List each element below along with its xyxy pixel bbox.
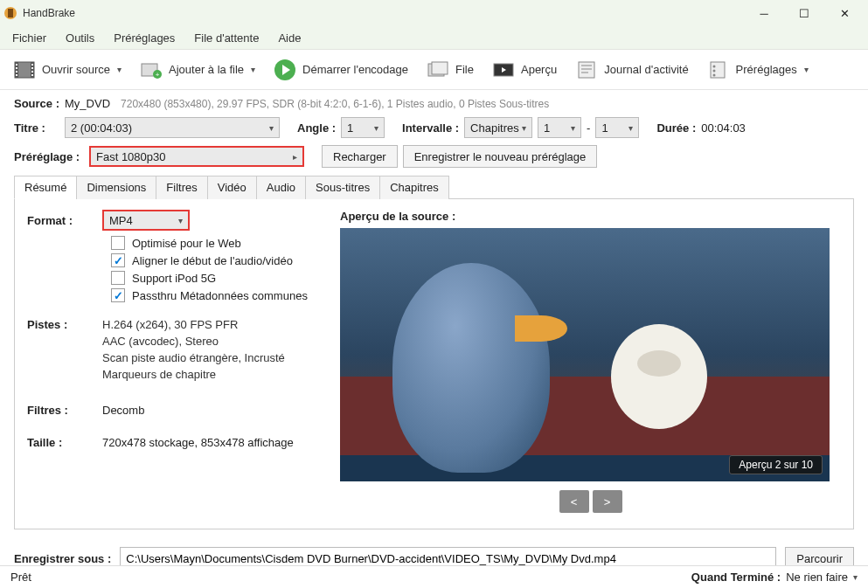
chevron-down-icon: ▾ <box>117 65 122 74</box>
filters-value: Decomb <box>102 404 144 417</box>
menubar: Fichier Outils Préréglages File d'attent… <box>0 26 868 50</box>
duration-value: 00:04:03 <box>701 121 746 135</box>
when-done-value[interactable]: Ne rien faire <box>786 571 848 584</box>
tracks-label: Pistes : <box>27 318 102 384</box>
duration-label: Durée : <box>656 121 696 135</box>
menu-outils[interactable]: Outils <box>57 28 103 48</box>
preview-toolbar-label: Aperçu <box>521 63 557 76</box>
preview-next-button[interactable]: > <box>593 490 622 513</box>
toolbar: Ouvrir source ▾ + Ajouter à la file ▾ Dé… <box>0 50 868 90</box>
interval-dash: - <box>587 121 590 135</box>
svg-rect-22 <box>579 62 594 78</box>
tab-audio[interactable]: Audio <box>256 176 306 199</box>
preview-icon <box>491 58 516 82</box>
preview-prev-button[interactable]: < <box>559 490 589 513</box>
size-label: Taille : <box>27 436 102 449</box>
film-icon <box>12 58 37 82</box>
preset-value: Fast 1080p30 <box>96 150 166 163</box>
presets-label: Préréglages <box>736 63 797 76</box>
start-encode-button[interactable]: Démarrer l'encodage <box>266 54 415 86</box>
activity-log-button[interactable]: Journal d'activité <box>567 54 695 86</box>
tab-panel-resume: Format : MP4▾ Optimisé pour le Web Align… <box>14 199 854 529</box>
interval-from-value: 1 <box>544 121 550 135</box>
file-button[interactable]: File <box>419 54 481 86</box>
chevron-down-icon: ▾ <box>571 123 575 133</box>
track-line: Marqueurs de chapitre <box>102 368 285 381</box>
tab-dimensions[interactable]: Dimensions <box>76 176 156 199</box>
tab-sous-titres[interactable]: Sous-titres <box>305 176 380 199</box>
svg-rect-1 <box>8 9 13 17</box>
svg-rect-6 <box>16 67 17 69</box>
log-icon <box>574 58 599 82</box>
track-line: AAC (avcodec), Stereo <box>102 335 285 348</box>
svg-point-29 <box>712 73 715 76</box>
svg-rect-12 <box>31 74 33 76</box>
title-value: 2 (00:04:03) <box>71 121 132 135</box>
preset-label: Préréglage : <box>14 150 84 163</box>
tab-video[interactable]: Vidéo <box>207 176 257 199</box>
interval-to-dropdown[interactable]: 1▾ <box>595 117 639 138</box>
add-queue-button[interactable]: + Ajouter à la file ▾ <box>132 54 262 86</box>
check-align-av[interactable]: Aligner le début de l'audio/vidéo <box>102 253 316 267</box>
svg-text:+: + <box>156 71 160 79</box>
svg-rect-7 <box>16 71 17 73</box>
interval-type-value: Chapitres <box>470 121 519 135</box>
close-button[interactable]: ✕ <box>824 0 865 26</box>
file-label: File <box>455 63 474 76</box>
interval-label: Intervalle : <box>402 121 459 135</box>
format-label: Format : <box>27 214 102 227</box>
tab-chapitres[interactable]: Chapitres <box>379 176 449 199</box>
add-queue-label: Ajouter à la file <box>169 63 244 76</box>
menu-aide[interactable]: Aide <box>269 28 309 48</box>
preview-badge: Aperçu 2 sur 10 <box>729 455 823 474</box>
chevron-down-icon: ▾ <box>374 123 378 133</box>
svg-point-27 <box>712 65 715 67</box>
chevron-down-icon: ▾ <box>628 123 633 133</box>
save-preset-button[interactable]: Enregistrer le nouveau préréglage <box>403 145 598 168</box>
titlebar: HandBrake ─ ☐ ✕ <box>0 0 868 26</box>
format-dropdown[interactable]: MP4▾ <box>102 210 190 231</box>
svg-point-28 <box>712 69 715 72</box>
check-ipod5g[interactable]: Support iPod 5G <box>102 271 316 285</box>
svg-rect-10 <box>31 67 33 69</box>
save-as-label: Enregistrer sous : <box>14 552 111 565</box>
svg-rect-9 <box>31 64 33 66</box>
preview-image: Aperçu 2 sur 10 <box>340 228 830 481</box>
reload-preset-button[interactable]: Recharger <box>322 145 398 168</box>
open-source-button[interactable]: Ouvrir source ▾ <box>5 54 128 86</box>
open-source-label: Ouvrir source <box>42 63 110 76</box>
interval-from-dropdown[interactable]: 1▾ <box>538 117 581 138</box>
maximize-button[interactable]: ☐ <box>784 0 824 26</box>
chevron-down-icon: ▾ <box>804 65 809 74</box>
menu-prereglages[interactable]: Préréglages <box>105 28 184 48</box>
svg-rect-8 <box>16 74 17 76</box>
menu-fichier[interactable]: Fichier <box>3 28 55 48</box>
angle-value: 1 <box>347 121 353 135</box>
file-icon <box>426 58 450 82</box>
check-web-optimized[interactable]: Optimisé pour le Web <box>102 236 316 250</box>
menu-file-attente[interactable]: File d'attente <box>185 28 267 48</box>
source-info: 720x480 (853x480), 29.97 FPS, SDR (8-bit… <box>121 98 549 110</box>
interval-to-value: 1 <box>601 121 608 135</box>
svg-rect-26 <box>711 62 725 78</box>
tab-resume[interactable]: Résumé <box>14 176 77 199</box>
tab-filtres[interactable]: Filtres <box>156 176 207 199</box>
when-done-label: Quand Terminé : <box>691 571 781 584</box>
track-line: Scan piste audio étrangère, Incrusté <box>102 351 285 364</box>
chevron-down-icon: ▾ <box>522 123 526 133</box>
presets-icon <box>706 58 731 82</box>
checkbox-icon <box>111 271 125 285</box>
svg-rect-11 <box>31 71 33 73</box>
preview-toolbar-button[interactable]: Aperçu <box>484 54 564 86</box>
presets-button[interactable]: Préréglages ▾ <box>699 54 816 86</box>
angle-label: Angle : <box>297 121 336 135</box>
angle-dropdown[interactable]: 1▾ <box>341 117 385 138</box>
interval-type-dropdown[interactable]: Chapitres▾ <box>464 117 532 138</box>
start-encode-label: Démarrer l'encodage <box>302 63 408 76</box>
preset-dropdown[interactable]: Fast 1080p30▸ <box>89 146 304 167</box>
title-dropdown[interactable]: 2 (00:04:03)▾ <box>65 117 280 138</box>
checkbox-icon <box>111 288 125 302</box>
minimize-button[interactable]: ─ <box>744 0 784 26</box>
check-passthru-meta[interactable]: Passthru Métadonnées communes <box>102 288 316 302</box>
checkbox-icon <box>111 236 125 250</box>
